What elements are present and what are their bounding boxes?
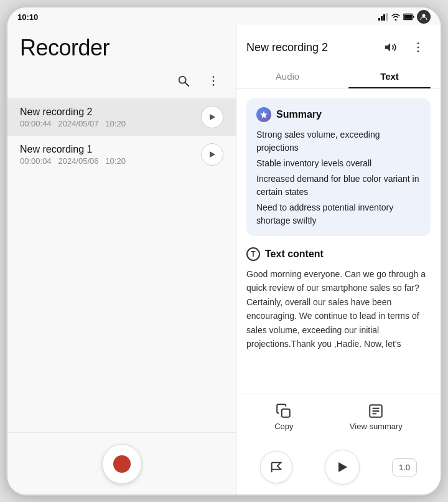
svg-marker-24	[338, 462, 347, 472]
summary-bullets: Strong sales volume, exceeding projectio…	[256, 128, 421, 227]
svg-rect-1	[381, 16, 383, 21]
right-panel-title: New recording 2	[246, 41, 328, 54]
view-summary-button[interactable]: View summary	[337, 399, 415, 435]
svg-rect-0	[378, 18, 380, 21]
svg-marker-14	[210, 151, 215, 158]
copy-button[interactable]: Copy	[262, 399, 306, 435]
svg-point-8	[179, 77, 186, 83]
more-vert-icon	[207, 74, 220, 88]
copy-label: Copy	[274, 422, 293, 431]
playback-bar: 1.0	[236, 442, 441, 495]
more-options-button[interactable]	[201, 69, 226, 93]
flag-button[interactable]	[260, 451, 292, 483]
volume-icon	[384, 40, 398, 54]
svg-point-11	[213, 80, 215, 82]
recording-name: New recording 2	[20, 107, 126, 118]
overflow-menu-button[interactable]	[406, 35, 431, 60]
text-content-body: Good morning everyone. Can we go through…	[246, 267, 431, 351]
search-button[interactable]	[171, 69, 196, 93]
svg-rect-19	[282, 409, 290, 417]
summary-header: Summary	[256, 107, 421, 122]
summary-bullet: Strong sales volume, exceeding projectio…	[256, 128, 421, 154]
summary-card: Summary Strong sales volume, exceeding p…	[246, 98, 431, 236]
avatar	[417, 10, 431, 24]
view-summary-label: View summary	[350, 422, 403, 431]
record-button[interactable]	[102, 444, 142, 484]
text-content-title: Text content	[265, 249, 324, 260]
right-header-icons	[378, 35, 431, 60]
play-icon	[208, 113, 217, 121]
svg-point-17	[418, 47, 419, 49]
play-icon	[335, 460, 350, 475]
right-header: New recording 2	[236, 25, 441, 60]
flag-icon	[269, 460, 283, 474]
app-title: Recorder	[20, 35, 223, 61]
svg-point-12	[213, 84, 215, 86]
summary-ai-icon	[256, 107, 271, 122]
play-icon	[208, 150, 217, 159]
copy-icon	[276, 403, 292, 419]
volume-button[interactable]	[378, 35, 403, 60]
record-dot	[113, 455, 131, 473]
more-vert-icon	[411, 40, 425, 54]
summary-bullet: Need to address potential inventory shor…	[256, 201, 421, 227]
speed-label: 1.0	[399, 463, 410, 472]
svg-point-7	[422, 14, 426, 17]
recording-item[interactable]: New recording 1 00:00:04 2024/05/06 10:2…	[7, 136, 236, 173]
play-recording-button[interactable]	[201, 106, 223, 128]
main-area: Recorder	[7, 25, 441, 495]
svg-rect-2	[383, 14, 385, 21]
device-frame: 10:10	[6, 6, 442, 496]
play-pause-button[interactable]	[325, 450, 360, 485]
summary-icon	[368, 403, 384, 419]
svg-point-18	[418, 50, 419, 52]
svg-point-10	[213, 76, 215, 78]
text-content-section: T Text content Good morning everyone. Ca…	[246, 247, 431, 351]
svg-rect-5	[413, 16, 414, 18]
status-time: 10:10	[17, 12, 38, 22]
summary-bullet: Increased demand for blue color variant …	[256, 173, 421, 199]
left-panel: Recorder	[7, 25, 236, 495]
recording-info: New recording 1 00:00:04 2024/05/06 10:2…	[20, 144, 126, 166]
play-recording-button[interactable]	[201, 143, 223, 166]
recording-item[interactable]: New recording 2 00:00:44 2024/05/07 10:2…	[7, 98, 236, 136]
text-content-header: T Text content	[246, 247, 431, 261]
signal-icon	[378, 13, 388, 21]
tab-audio[interactable]: Audio	[236, 65, 338, 88]
svg-marker-15	[385, 44, 390, 52]
svg-line-9	[185, 83, 189, 87]
tabs: Audio Text	[236, 65, 441, 88]
search-icon	[177, 74, 190, 88]
recording-meta: 00:00:04 2024/05/06 10:20	[20, 156, 126, 166]
wifi-icon	[391, 13, 401, 21]
summary-bullet: Stable inventory levels overall	[256, 157, 421, 170]
recording-meta: 00:00:44 2024/05/07 10:20	[20, 119, 126, 128]
recording-name: New recording 1	[20, 144, 126, 155]
svg-point-16	[418, 42, 419, 44]
battery-icon	[403, 13, 414, 21]
recordings-list: New recording 2 00:00:44 2024/05/07 10:2…	[7, 96, 236, 432]
status-bar: 10:10	[7, 7, 441, 25]
left-header: Recorder	[7, 25, 236, 66]
summary-title: Summary	[276, 109, 322, 120]
svg-rect-6	[404, 15, 412, 19]
right-panel: New recording 2	[236, 25, 441, 495]
svg-marker-13	[210, 114, 215, 120]
info-icon: T	[246, 247, 260, 261]
record-section	[7, 432, 236, 495]
tab-text[interactable]: Text	[338, 65, 441, 88]
recording-info: New recording 2 00:00:44 2024/05/07 10:2…	[20, 107, 126, 128]
bottom-actions-toolbar: Copy View summary	[236, 394, 441, 442]
svg-rect-3	[386, 13, 388, 21]
right-content: Summary Strong sales volume, exceeding p…	[236, 88, 441, 394]
status-icons	[378, 10, 431, 24]
left-toolbar	[7, 66, 236, 96]
speed-button[interactable]: 1.0	[392, 458, 417, 476]
